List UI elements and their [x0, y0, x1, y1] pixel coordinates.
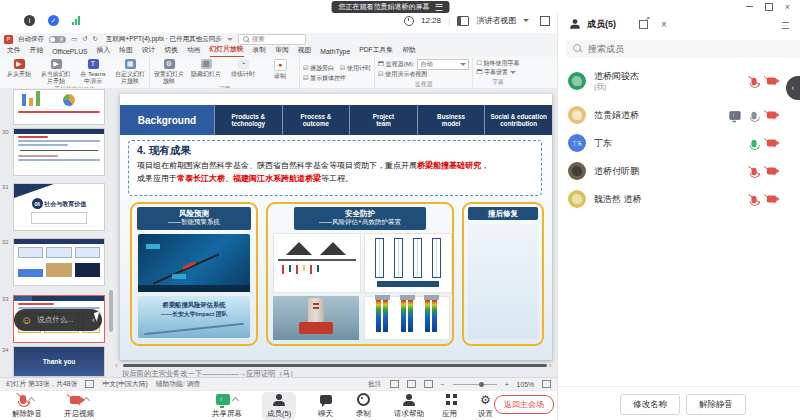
tab-transitions[interactable]: 切换 — [164, 45, 178, 57]
slide-thumbnail-29[interactable] — [13, 89, 105, 125]
minimize-icon[interactable] — [746, 6, 753, 7]
return-to-main-room-button[interactable]: 返回主会场 — [494, 395, 554, 414]
tab-officeplus[interactable]: OfficePLUS — [52, 48, 87, 57]
start-video-button[interactable]: 开启视频 — [64, 393, 94, 419]
camera-options-caret[interactable] — [82, 397, 89, 404]
tab-insert[interactable]: 插入 — [97, 45, 111, 57]
members-button-active[interactable]: 成员(5) — [262, 392, 296, 420]
zoom-level[interactable]: 105% — [517, 381, 534, 388]
search-members-input[interactable] — [566, 40, 800, 58]
monitor-select[interactable]: 自动 — [417, 59, 469, 70]
panel-unmute-button[interactable]: 解除静音 — [686, 394, 746, 415]
danmaku-input-overlay[interactable]: ☺ 说点什么... ‹ — [14, 309, 102, 331]
rehearse-timings-button[interactable]: ◔排练计时 — [227, 59, 259, 78]
member-camera-off-icon[interactable] — [767, 78, 776, 85]
meeting-info-icon[interactable]: i — [24, 15, 35, 26]
hscroll-right-arrow[interactable]: › — [549, 361, 552, 370]
zoom-out-button[interactable]: − — [441, 381, 445, 388]
show-media-controls-checkbox[interactable]: ☑ 显示媒体控件 — [303, 74, 346, 83]
popout-panel-icon[interactable] — [639, 20, 648, 29]
say-something-placeholder[interactable]: 说点什么... — [37, 315, 87, 325]
chat-button[interactable]: 聊天 — [318, 393, 333, 419]
member-camera-off-icon[interactable] — [767, 168, 776, 175]
rename-button[interactable]: 修改名称 — [620, 394, 680, 415]
tab-record[interactable]: 录制 — [253, 45, 267, 57]
tab-mathtype[interactable]: MathType — [320, 48, 350, 57]
member-row[interactable]: 道桥闻骏杰(我) — [558, 65, 800, 97]
tab-help[interactable]: 帮助 — [402, 45, 416, 57]
slide-thumbnail-32[interactable] — [13, 238, 105, 286]
zoom-slider[interactable] — [453, 384, 497, 385]
reading-view-icon[interactable] — [424, 380, 433, 388]
language-label[interactable]: 中文(中国大陆) — [102, 379, 147, 389]
share-screen-button[interactable]: ↑ 共享屏幕 — [212, 393, 242, 419]
member-mic-muted-icon[interactable] — [751, 167, 756, 175]
zoom-in-button[interactable]: + — [505, 381, 509, 388]
hscroll-left-arrow[interactable]: ‹ — [115, 361, 118, 370]
always-use-subtitles-checkbox[interactable]: ☐ 始终使用字幕 — [476, 59, 519, 68]
save-icon[interactable]: ▭ — [71, 35, 77, 43]
tab-slideshow[interactable]: 幻灯片放映 — [210, 44, 244, 57]
slide-thumbnail-31[interactable]: 06 社会与教育价值 — [13, 183, 105, 231]
from-current-slide-button[interactable]: ▶从当前幻灯片开始 — [40, 59, 72, 84]
record-button[interactable]: 录制 — [356, 393, 371, 419]
notes-icon[interactable] — [85, 380, 94, 388]
unmute-button[interactable]: 解除静音 — [12, 393, 42, 419]
member-row[interactable]: 范贵娟道桥 ↑ — [558, 101, 800, 129]
member-camera-off-icon[interactable] — [767, 140, 776, 147]
close-icon[interactable]: × — [785, 2, 790, 12]
slide-sorter-icon[interactable] — [407, 380, 416, 388]
member-row[interactable]: 丁东 丁东 — [558, 129, 800, 157]
from-beginning-button[interactable]: ▶从头开始 — [3, 59, 35, 78]
accessibility-label[interactable]: 辅助功能: 调查 — [156, 379, 201, 389]
tab-draw[interactable]: 绘图 — [119, 45, 133, 57]
member-mic-active-icon[interactable] — [751, 139, 756, 147]
thumbnail-scrollbar-thumb[interactable] — [109, 290, 113, 332]
apps-button[interactable]: 应用 — [442, 393, 457, 419]
custom-slideshow-button[interactable]: ▦自定义幻灯片放映 — [114, 59, 146, 84]
security-shield-icon[interactable]: ✓ — [48, 15, 59, 26]
view-mode-dropdown-icon[interactable] — [523, 19, 529, 22]
ppt-search-box[interactable]: 搜索 — [238, 34, 306, 45]
thumbnail-scrollbar-track[interactable] — [109, 90, 113, 376]
tab-animations[interactable]: 动画 — [187, 45, 201, 57]
tab-view[interactable]: 视图 — [298, 45, 312, 57]
tab-review[interactable]: 审阅 — [275, 45, 289, 57]
member-camera-off-icon[interactable] — [767, 196, 776, 203]
slide-thumbnail-34[interactable]: Thank you — [13, 346, 105, 377]
tab-design[interactable]: 设计 — [142, 45, 156, 57]
redo-icon[interactable]: ↻ — [93, 35, 98, 43]
use-timings-checkbox[interactable]: ☑ 使用计时 — [340, 64, 371, 73]
presenter-view-checkbox[interactable]: ☑ 使用演示者视图 — [378, 70, 469, 79]
hide-slide-button[interactable]: ▨隐藏幻灯片 — [190, 59, 222, 78]
present-in-teams-button[interactable]: T在 Teams 中演示 — [77, 59, 109, 84]
setup-slideshow-button[interactable]: ⚙设置幻灯片放映 — [153, 59, 185, 84]
member-row[interactable]: 魏浩然 道桥 — [558, 185, 800, 213]
close-panel-icon[interactable]: × — [661, 19, 667, 30]
subtitle-settings-button[interactable]: 🗔 字幕设置 — [476, 68, 519, 77]
record-button[interactable]: ●录制 — [264, 59, 296, 80]
slide-thumbnail-30[interactable] — [13, 128, 105, 176]
panel-menu-icon[interactable] — [782, 15, 789, 33]
share-options-caret[interactable] — [232, 397, 239, 404]
tab-pdftools[interactable]: PDF工具集 — [359, 45, 393, 57]
member-sharing-icon[interactable]: ↑ — [729, 111, 740, 120]
autosave-toggle[interactable]: 关 — [49, 36, 66, 43]
slide-horizontal-scrollbar[interactable] — [123, 364, 547, 367]
document-title[interactable]: 互联网+PPT(4).pptx · 已停用其他云同步 — [106, 35, 222, 44]
undo-icon[interactable]: ↺ — [82, 35, 87, 43]
fullscreen-icon[interactable] — [540, 16, 550, 26]
member-camera-off-icon[interactable] — [767, 112, 776, 119]
member-mic-icon[interactable] — [751, 111, 756, 119]
maximize-icon[interactable] — [765, 3, 773, 11]
comments-button[interactable]: 批注 — [368, 379, 382, 389]
view-mode-label[interactable]: 演讲者视图 — [476, 15, 516, 26]
member-row[interactable]: 道桥付听鹏 — [558, 157, 800, 185]
request-help-button[interactable]: 请求帮助 — [394, 393, 424, 419]
normal-view-icon[interactable] — [390, 380, 399, 388]
title-dropdown-icon[interactable] — [227, 38, 233, 41]
banner-menu-icon[interactable] — [436, 4, 443, 11]
play-narration-checkbox[interactable]: ☑ 播放旁白 — [303, 64, 334, 73]
member-mic-muted-icon[interactable] — [751, 77, 756, 85]
settings-button[interactable]: ⚙ 设置 — [478, 393, 493, 419]
